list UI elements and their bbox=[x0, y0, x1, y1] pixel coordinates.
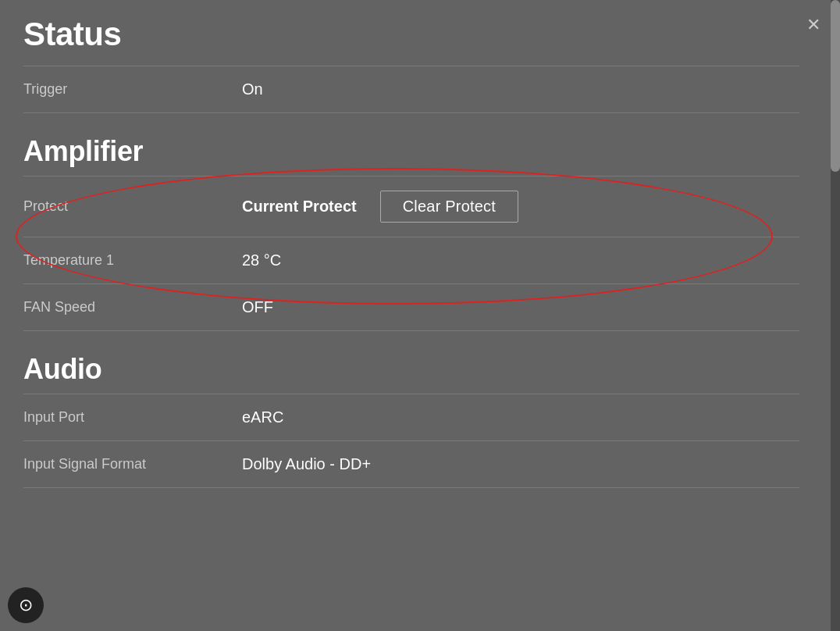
scrollbar-track[interactable] bbox=[831, 0, 840, 631]
page-title: Status bbox=[23, 16, 799, 53]
camera-icon-container: ⊙ bbox=[8, 587, 44, 623]
content-area: Status Trigger On Amplifier Protect Curr… bbox=[0, 0, 831, 519]
fan-speed-value: OFF bbox=[242, 298, 273, 316]
input-signal-format-row: Input Signal Format Dolby Audio - DD+ bbox=[23, 441, 799, 488]
temperature1-label: Temperature 1 bbox=[23, 252, 242, 269]
amplifier-heading: Amplifier bbox=[23, 135, 799, 168]
protect-row: Protect Current Protect Clear Protect bbox=[23, 176, 799, 237]
protect-current-value: Current Protect bbox=[242, 198, 357, 216]
input-port-value: eARC bbox=[242, 408, 283, 426]
fan-speed-row: FAN Speed OFF bbox=[23, 284, 799, 331]
audio-heading: Audio bbox=[23, 353, 799, 386]
fan-speed-label: FAN Speed bbox=[23, 299, 242, 316]
input-port-label: Input Port bbox=[23, 409, 242, 426]
input-signal-format-value: Dolby Audio - DD+ bbox=[242, 455, 371, 473]
input-port-row: Input Port eARC bbox=[23, 394, 799, 441]
temperature1-row: Temperature 1 28 °C bbox=[23, 237, 799, 284]
close-button[interactable]: ✕ bbox=[803, 14, 824, 36]
trigger-value: On bbox=[242, 80, 263, 98]
trigger-label: Trigger bbox=[23, 81, 242, 98]
trigger-row: Trigger On bbox=[23, 66, 799, 113]
scrollbar-thumb[interactable] bbox=[831, 0, 840, 172]
camera-icon: ⊙ bbox=[19, 595, 33, 615]
protect-label: Protect bbox=[23, 198, 242, 215]
page-container: ✕ Status Trigger On Amplifier Protect Cu… bbox=[0, 0, 840, 631]
temperature1-value: 28 °C bbox=[242, 251, 281, 269]
input-signal-format-label: Input Signal Format bbox=[23, 456, 242, 472]
clear-protect-button[interactable]: Clear Protect bbox=[380, 191, 518, 223]
